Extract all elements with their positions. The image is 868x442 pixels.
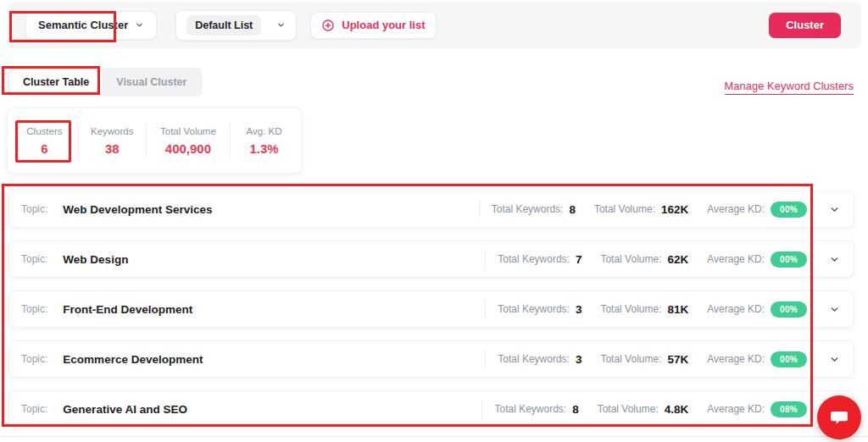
expand-row-chevron-icon[interactable] [829, 304, 840, 315]
total-volume-label: Total Volume: [598, 403, 659, 415]
expand-row-chevron-icon[interactable] [829, 254, 840, 265]
list-selector-dropdown[interactable]: Default List [175, 10, 297, 41]
total-volume-pair: Total Volume: 4.8K [598, 403, 689, 416]
divider [0, 436, 868, 437]
stat-avg-kd: Avg. KD 1.3% [231, 126, 298, 156]
total-keywords-pair: Total Keywords: 8 [494, 403, 578, 416]
kd-badge: 00% [771, 351, 807, 367]
cluster-type-dropdown-label: Semantic Cluster [38, 19, 128, 31]
average-kd-pair: Average KD: 00% [707, 301, 807, 318]
total-keywords-label: Total Keywords: [498, 253, 570, 265]
total-keywords-value: 8 [569, 203, 576, 216]
total-keywords-pair: Total Keywords: 8 [492, 203, 576, 216]
upload-list-button[interactable]: Upload your list [310, 12, 436, 39]
divider [485, 300, 486, 318]
row-stats: Total Keywords: 3 Total Volume: 57K Aver… [485, 350, 840, 368]
cluster-row: Topic: Web Design Total Keywords: 7 Tota… [8, 240, 854, 278]
total-volume-value: 162K [661, 203, 688, 216]
keyword-clustering-page: Semantic Cluster Default List Upload you… [0, 0, 868, 442]
chevron-down-icon [135, 20, 144, 30]
expand-row-chevron-icon[interactable] [829, 354, 840, 365]
total-volume-label: Total Volume: [600, 303, 661, 315]
topic-name: Front-End Development [63, 303, 192, 316]
total-keywords-label: Total Keywords: [492, 203, 564, 215]
topic-name: Web Design [63, 253, 128, 266]
cluster-row: Topic: Ecommerce Development Total Keywo… [8, 340, 854, 378]
total-keywords-value: 3 [576, 303, 582, 316]
total-keywords-label: Total Keywords: [498, 303, 570, 315]
total-volume-pair: Total Volume: 62K [600, 253, 688, 266]
stat-keywords: Keywords 38 [79, 126, 146, 156]
total-keywords-pair: Total Keywords: 3 [498, 353, 581, 366]
total-keywords-pair: Total Keywords: 7 [498, 253, 581, 266]
topic-name: Ecommerce Development [63, 353, 203, 366]
row-stats: Total Keywords: 8 Total Volume: 4.8K Ave… [481, 400, 840, 418]
total-volume-label: Total Volume: [594, 203, 655, 215]
cluster-row: Topic: Generative AI and SEO Total Keywo… [8, 390, 854, 428]
total-keywords-value: 8 [572, 403, 579, 416]
average-kd-pair: Average KD: 00% [707, 202, 807, 218]
upload-list-label: Upload your list [342, 19, 425, 31]
total-volume-value: 62K [667, 253, 688, 266]
total-volume-label: Total Volume: [600, 353, 661, 365]
total-keywords-label: Total Keywords: [494, 403, 566, 415]
divider [481, 400, 482, 418]
average-kd-pair: Average KD: 08% [707, 401, 807, 417]
stat-label: Keywords [79, 126, 146, 136]
tab-cluster-table[interactable]: Cluster Table [9, 70, 103, 94]
cluster-row: Topic: Web Development Services Total Ke… [8, 191, 854, 228]
stat-clusters: Clusters 6 [11, 126, 78, 156]
topic-name: Generative AI and SEO [63, 403, 187, 416]
total-volume-value: 57K [667, 353, 688, 366]
total-keywords-pair: Total Keywords: 3 [498, 303, 581, 316]
chat-widget-button[interactable] [817, 395, 861, 439]
cluster-type-dropdown[interactable]: Semantic Cluster [25, 11, 157, 40]
summary-stats-card: Clusters 6 Keywords 38 Total Volume 400,… [7, 108, 302, 174]
topic-label: Topic: [21, 253, 47, 265]
row-stats: Total Keywords: 8 Total Volume: 162K Ave… [479, 200, 840, 218]
kd-badge: 00% [771, 301, 807, 318]
average-kd-label: Average KD: [707, 303, 765, 315]
topic-name: Web Development Services [63, 203, 212, 216]
topic-label: Topic: [21, 353, 47, 365]
view-tabs: Cluster Table Visual Cluster [7, 68, 203, 97]
cluster-row: Topic: Front-End Development Total Keywo… [8, 290, 854, 328]
average-kd-pair: Average KD: 00% [707, 251, 807, 268]
total-keywords-value: 3 [576, 353, 582, 366]
kd-badge: 08% [771, 401, 807, 417]
stat-total-volume: Total Volume 400,900 [147, 126, 231, 156]
stat-value: 6 [11, 141, 78, 156]
list-selector-label: Default List [186, 15, 261, 36]
total-volume-label: Total Volume: [600, 253, 661, 265]
topic-label: Topic: [21, 203, 47, 215]
toolbar: Semantic Cluster Default List Upload you… [7, 2, 861, 48]
circle-plus-icon [321, 19, 335, 32]
stat-value: 38 [79, 141, 146, 156]
total-keywords-value: 7 [576, 253, 582, 266]
stat-label: Clusters [11, 126, 78, 136]
total-volume-pair: Total Volume: 57K [600, 353, 688, 366]
cluster-button[interactable]: Cluster [769, 13, 841, 38]
kd-badge: 00% [771, 202, 807, 218]
total-volume-value: 81K [667, 303, 688, 316]
expand-row-chevron-icon[interactable] [829, 204, 840, 215]
chat-bubble-icon [828, 406, 850, 428]
total-volume-value: 4.8K [665, 403, 689, 416]
total-keywords-label: Total Keywords: [498, 353, 570, 365]
chevron-down-icon [276, 20, 286, 30]
total-volume-pair: Total Volume: 162K [594, 203, 688, 216]
topic-label: Topic: [21, 303, 47, 315]
average-kd-label: Average KD: [707, 353, 765, 365]
row-stats: Total Keywords: 7 Total Volume: 62K Aver… [485, 250, 840, 268]
average-kd-label: Average KD: [707, 403, 765, 415]
divider [485, 350, 486, 368]
tab-visual-cluster[interactable]: Visual Cluster [103, 70, 200, 94]
stat-label: Total Volume [147, 126, 231, 136]
stat-value: 1.3% [231, 141, 298, 156]
divider [485, 250, 486, 268]
stat-value: 400,900 [147, 141, 231, 156]
topic-label: Topic: [21, 403, 47, 415]
divider [479, 200, 480, 218]
average-kd-pair: Average KD: 00% [707, 351, 807, 367]
manage-keyword-clusters-link[interactable]: Manage Keyword Clusters [725, 80, 854, 95]
